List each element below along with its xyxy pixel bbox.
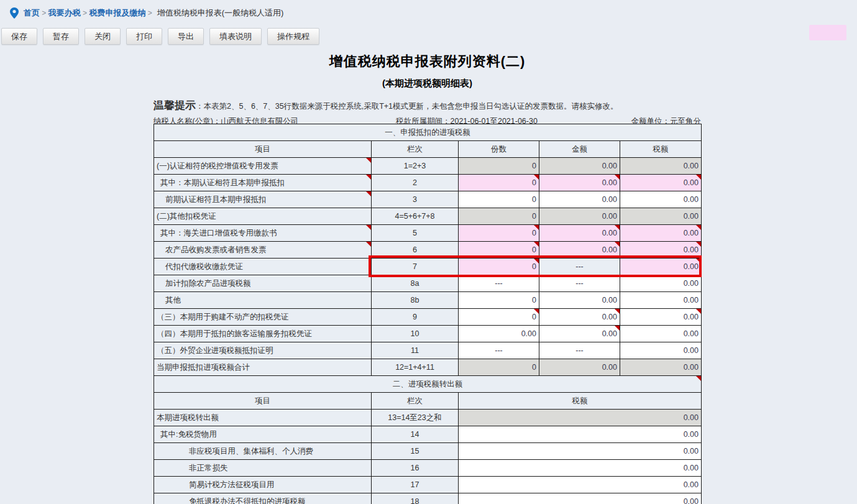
table-row: 非应税项目用、集体福利、个人消费150.00 bbox=[154, 443, 702, 460]
copies-cell[interactable]: 0.00 bbox=[459, 326, 539, 342]
tax-cell[interactable]: 0.00 bbox=[620, 225, 702, 242]
tax-cell: 0.00 bbox=[620, 158, 702, 175]
section-header: 一、申报抵扣的进项税额 bbox=[154, 124, 702, 141]
item-label-cell: 代扣代缴税收缴款凭证 bbox=[154, 259, 372, 275]
vat-detail-table: 一、申报抵扣的进项税额项目栏次份数金额税额(一)认证相符的税控增值税专用发票1=… bbox=[154, 124, 701, 504]
column-header: 项目 bbox=[154, 141, 372, 158]
tax-cell[interactable]: 0.00 bbox=[459, 460, 702, 477]
close-button[interactable]: 关闭 bbox=[85, 28, 121, 45]
operation-rules-button[interactable]: 操作规程 bbox=[267, 28, 319, 45]
breadcrumb-separator: > bbox=[145, 9, 152, 17]
tax-cell[interactable]: 0.00 bbox=[459, 477, 702, 493]
item-label-cell: （四）本期用于抵扣的旅客运输服务扣税凭证 bbox=[154, 326, 372, 342]
location-pin-icon bbox=[10, 7, 19, 19]
tax-cell[interactable]: 0.00 bbox=[620, 191, 702, 208]
tax-cell[interactable]: 0.00 bbox=[620, 309, 702, 326]
tax-cell[interactable]: 0.00 bbox=[620, 242, 702, 259]
breadcrumb-separator: > bbox=[81, 9, 89, 17]
copies-cell[interactable]: 0 bbox=[459, 309, 539, 326]
copies-cell[interactable]: 0 bbox=[459, 191, 539, 208]
copies-cell: 0 bbox=[459, 359, 539, 376]
breadcrumb-link-home[interactable]: 首页 bbox=[24, 8, 40, 17]
breadcrumb-current: 增值税纳税申报表(一般纳税人适用) bbox=[157, 7, 284, 19]
column-header: 份数 bbox=[459, 141, 539, 158]
line-number-cell: 11 bbox=[372, 342, 459, 359]
pink-highlight-box bbox=[809, 25, 846, 40]
tax-cell: 0.00 bbox=[620, 208, 702, 225]
tax-cell[interactable]: 0.00 bbox=[620, 292, 702, 309]
item-label-cell: 本期进项税转出额 bbox=[154, 410, 372, 426]
tax-cell[interactable]: 0.00 bbox=[620, 326, 702, 342]
export-button[interactable]: 导出 bbox=[168, 28, 204, 45]
print-button[interactable]: 打印 bbox=[126, 28, 162, 45]
column-header: 栏次 bbox=[372, 393, 459, 410]
toolbar: 保存暂存关闭打印导出填表说明操作规程 bbox=[0, 28, 319, 45]
item-label-cell: (二)其他扣税凭证 bbox=[154, 208, 372, 225]
item-label-cell: 其他 bbox=[154, 292, 372, 309]
breadcrumb-link-my-tax[interactable]: 我要办税 bbox=[48, 8, 81, 17]
item-label-cell: 其中：本期认证相符且本期申报抵扣 bbox=[154, 175, 372, 191]
item-label-cell: （五）外贸企业进项税额抵扣证明 bbox=[154, 342, 372, 359]
temp-save-button[interactable]: 暂存 bbox=[43, 28, 79, 45]
table-row: 本期进项税转出额13=14至23之和0.00 bbox=[154, 410, 702, 426]
line-number-cell: 3 bbox=[372, 191, 459, 208]
tax-cell[interactable]: 0.00 bbox=[620, 342, 702, 359]
item-label-cell: 前期认证相符且本期申报抵扣 bbox=[154, 191, 372, 208]
amount-cell[interactable]: 0.00 bbox=[539, 326, 620, 342]
tax-cell[interactable]: 0.00 bbox=[459, 443, 702, 460]
copies-cell: --- bbox=[459, 342, 539, 359]
line-number-cell: 4=5+6+7+8 bbox=[372, 208, 459, 225]
amount-cell[interactable]: 0.00 bbox=[539, 309, 620, 326]
tax-cell[interactable]: 0.00 bbox=[459, 426, 702, 443]
tax-cell: 0.00 bbox=[620, 359, 702, 376]
amount-cell[interactable]: 0.00 bbox=[539, 175, 620, 191]
amount-cell: --- bbox=[539, 275, 620, 292]
breadcrumb-link-declare-pay[interactable]: 税费申报及缴纳 bbox=[89, 8, 145, 17]
table-row: (一)认证相符的税控增值税专用发票1=2+300.000.00 bbox=[154, 158, 702, 175]
page-subtitle: (本期进项税额明细表) bbox=[154, 78, 701, 89]
table-row: 代扣代缴税收缴款凭证70---0.00 bbox=[154, 259, 702, 275]
amount-cell: 0.00 bbox=[539, 359, 620, 376]
save-button[interactable]: 保存 bbox=[1, 28, 37, 45]
tax-cell[interactable]: 0.00 bbox=[620, 175, 702, 191]
tax-cell[interactable]: 0.00 bbox=[620, 275, 702, 292]
amount-cell[interactable]: 0.00 bbox=[539, 242, 620, 259]
item-label-cell: 其中:免税货物用 bbox=[154, 426, 372, 443]
item-label-cell: 加计扣除农产品进项税额 bbox=[154, 275, 372, 292]
copies-cell: 0 bbox=[459, 158, 539, 175]
line-number-cell: 12=1+4+11 bbox=[372, 359, 459, 376]
notice-text: ：本表第2、5、6、7、35行数据来源于税控系统,采取T+1模式更新，未包含您申… bbox=[196, 102, 618, 111]
table-row: 其他8b00.000.00 bbox=[154, 292, 702, 309]
column-header: 栏次 bbox=[372, 141, 459, 158]
copies-cell[interactable]: 0 bbox=[459, 242, 539, 259]
item-label-cell: （三）本期用于购建不动产的扣税凭证 bbox=[154, 309, 372, 326]
copies-cell: 0 bbox=[459, 208, 539, 225]
breadcrumb: 首页 > 我要办税 > 税费申报及缴纳 > 增值税纳税申报表(一般纳税人适用) bbox=[0, 0, 857, 25]
copies-cell[interactable]: 0 bbox=[459, 292, 539, 309]
copies-cell[interactable]: 0 bbox=[459, 259, 539, 275]
amount-cell: --- bbox=[539, 259, 620, 275]
tax-cell[interactable]: 0.00 bbox=[459, 493, 702, 504]
amount-cell: 0.00 bbox=[539, 158, 620, 175]
table-row: （四）本期用于抵扣的旅客运输服务扣税凭证100.000.000.00 bbox=[154, 326, 702, 342]
table-row: 免抵退税办法不得抵扣的进项税额180.00 bbox=[154, 493, 702, 504]
line-number-cell: 8a bbox=[372, 275, 459, 292]
copies-cell: --- bbox=[459, 275, 539, 292]
copies-cell[interactable]: 0 bbox=[459, 225, 539, 242]
amount-cell: 0.00 bbox=[539, 208, 620, 225]
table-row: 当期申报抵扣进项税额合计12=1+4+1100.000.00 bbox=[154, 359, 702, 376]
line-number-cell: 16 bbox=[372, 460, 459, 477]
copies-cell[interactable]: 0 bbox=[459, 175, 539, 191]
amount-cell[interactable]: 0.00 bbox=[539, 292, 620, 309]
tax-cell[interactable]: 0.00 bbox=[620, 259, 702, 275]
amount-cell[interactable]: 0.00 bbox=[539, 191, 620, 208]
fill-instructions-button[interactable]: 填表说明 bbox=[209, 28, 262, 45]
table-row: （五）外贸企业进项税额抵扣证明11------0.00 bbox=[154, 342, 702, 359]
line-number-cell: 14 bbox=[372, 426, 459, 443]
table-row: 简易计税方法征税项目用170.00 bbox=[154, 477, 702, 493]
table-row: 农产品收购发票或者销售发票600.000.00 bbox=[154, 242, 702, 259]
amount-cell[interactable]: 0.00 bbox=[539, 225, 620, 242]
line-number-cell: 10 bbox=[372, 326, 459, 342]
item-label-cell: 其中：海关进口增值税专用缴款书 bbox=[154, 225, 372, 242]
amount-cell: --- bbox=[539, 342, 620, 359]
